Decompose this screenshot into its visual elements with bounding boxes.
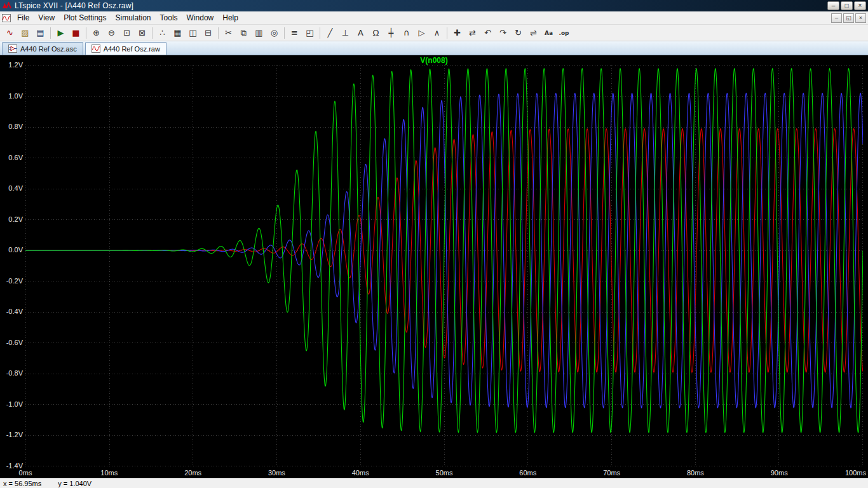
menu-file[interactable]: File	[13, 11, 34, 24]
x-axis-tick: 10ms	[100, 469, 118, 477]
capacitor-button[interactable]: ╪	[384, 26, 398, 40]
zoom-full-extents-icon: ⊠	[139, 28, 146, 37]
open-button[interactable]: ▨	[18, 26, 32, 40]
tab-asc[interactable]: A440 Ref Osz.asc	[2, 42, 83, 55]
grid-icon: ▦	[173, 28, 181, 37]
minimize-button[interactable]: –	[827, 1, 839, 10]
x-axis-tick: 80ms	[687, 469, 704, 477]
waveform-canvas[interactable]	[25, 65, 863, 466]
net-label-icon: A	[358, 28, 363, 37]
find-button[interactable]: ◎	[267, 26, 281, 40]
halt-button[interactable]: ■	[69, 26, 83, 40]
toolbar-separator	[152, 27, 153, 39]
tab-bar: A440 Ref Osz.ascA440 Ref Osz.raw	[0, 41, 868, 55]
waveform-viewer: V(n008) 1.2V1.0V0.8V0.6V0.4V0.2V0.0V-0.2…	[0, 55, 868, 478]
mdi-restore-button[interactable]: ◱	[843, 13, 854, 23]
cursor-x-readout: x = 56.95ms	[3, 480, 41, 487]
undo-icon: ↶	[484, 28, 491, 37]
net-label-button[interactable]: A	[353, 26, 368, 40]
resistor-icon: Ω	[373, 28, 379, 37]
save-icon: ▤	[36, 28, 44, 37]
ground-icon: ⊥	[342, 28, 349, 37]
rotate-icon: ↻	[515, 28, 522, 37]
redo-button[interactable]: ↷	[496, 26, 510, 40]
y-axis-tick: -0.2V	[0, 277, 23, 285]
toolbar: ∿▨▤▶■⊕⊖⊡⊠∴▦◫⊟✂⧉▥◎≡◰╱⊥AΩ╪∩▷∧✚⇄↶↷↻⇌Aa.op	[0, 25, 868, 41]
title-bar: LTspice XVII - [A440 Ref Osz.raw] – □ ×	[0, 0, 868, 11]
y-axis-tick: 0.8V	[0, 123, 23, 131]
mirror-button[interactable]: ⇌	[526, 26, 541, 40]
close-button[interactable]: ×	[854, 1, 866, 10]
y-axis-tick: 0.2V	[0, 215, 23, 224]
menu-tools[interactable]: Tools	[156, 11, 182, 24]
tile-vertically-button[interactable]: ◫	[186, 26, 200, 40]
zoom-full-extents-button[interactable]: ⊠	[135, 26, 149, 40]
y-axis-tick: 1.2V	[0, 61, 23, 69]
mdi-minimize-button[interactable]: –	[831, 13, 842, 23]
x-axis-tick: 30ms	[268, 469, 285, 477]
zoom-area-button[interactable]: ⊡	[119, 26, 134, 40]
draw-wire-icon: ╱	[328, 28, 333, 37]
status-bar: x = 56.95ms y = 1.040V	[0, 478, 868, 488]
text-button[interactable]: Aa	[541, 26, 556, 40]
menu-plot-settings[interactable]: Plot Settings	[59, 11, 111, 24]
active-document-icon	[2, 14, 11, 22]
draw-wire-button[interactable]: ╱	[323, 26, 337, 40]
component-button[interactable]: ∧	[430, 26, 444, 40]
resistor-button[interactable]: Ω	[369, 26, 383, 40]
print-button[interactable]: ≡	[287, 26, 302, 40]
y-axis-tick: 0.6V	[0, 154, 23, 162]
y-axis-tick: -0.8V	[0, 369, 23, 377]
maximize-button[interactable]: □	[841, 1, 853, 10]
diode-button[interactable]: ▷	[414, 26, 429, 40]
mark-data-points-icon: ∴	[159, 28, 165, 37]
y-axis-tick: 1.0V	[0, 92, 23, 100]
zoom-in-button[interactable]: ⊕	[89, 26, 104, 40]
grid-button[interactable]: ▦	[170, 26, 185, 40]
zoom-out-icon: ⊖	[108, 28, 115, 37]
zoom-area-icon: ⊡	[123, 28, 130, 37]
schematic-icon	[8, 44, 17, 53]
toolbar-separator	[86, 27, 86, 39]
cursor-y-readout: y = 1.040V	[58, 480, 92, 487]
copy-button[interactable]: ⧉	[236, 26, 251, 40]
new-schematic-icon: ∿	[6, 28, 13, 37]
menu-items: FileViewPlot SettingsSimulationToolsWind…	[13, 11, 243, 24]
cut-icon: ✂	[225, 28, 232, 37]
menu-help[interactable]: Help	[218, 11, 243, 24]
y-axis-tick: -1.0V	[0, 400, 23, 409]
print-icon: ≡	[291, 28, 298, 37]
spice-directive-icon: .op	[559, 30, 569, 36]
spice-directive-button[interactable]: .op	[557, 26, 571, 40]
move-icon: ✚	[454, 28, 461, 37]
y-axis-tick: -0.6V	[0, 339, 23, 347]
y-axis-tick: 0.4V	[0, 184, 23, 193]
menu-view[interactable]: View	[34, 11, 59, 24]
x-axis-tick: 60ms	[519, 469, 536, 477]
cut-button[interactable]: ✂	[221, 26, 236, 40]
print-preview-icon: ◰	[306, 28, 313, 37]
mark-data-points-button[interactable]: ∴	[155, 26, 170, 40]
mdi-close-button[interactable]: ×	[855, 13, 866, 23]
menu-window[interactable]: Window	[182, 11, 219, 24]
trace-label[interactable]: V(n008)	[0, 56, 868, 65]
rotate-button[interactable]: ↻	[511, 26, 526, 40]
paste-button[interactable]: ▥	[252, 26, 266, 40]
zoom-out-button[interactable]: ⊖	[104, 26, 119, 40]
toolbar-separator	[50, 27, 51, 39]
move-button[interactable]: ✚	[450, 26, 465, 40]
find-icon: ◎	[271, 28, 278, 37]
drag-button[interactable]: ⇄	[465, 26, 480, 40]
run-icon: ▶	[58, 28, 64, 37]
menu-simulation[interactable]: Simulation	[111, 11, 156, 24]
print-preview-button[interactable]: ◰	[302, 26, 317, 40]
undo-button[interactable]: ↶	[480, 26, 495, 40]
ground-button[interactable]: ⊥	[338, 26, 353, 40]
tab-raw[interactable]: A440 Ref Osz.raw	[85, 42, 166, 55]
tile-horizontally-button[interactable]: ⊟	[201, 26, 215, 40]
inductor-button[interactable]: ∩	[399, 26, 414, 40]
menu-bar: FileViewPlot SettingsSimulationToolsWind…	[0, 11, 868, 25]
save-button[interactable]: ▤	[33, 26, 48, 40]
run-button[interactable]: ▶	[53, 26, 68, 40]
new-schematic-button[interactable]: ∿	[3, 26, 17, 40]
